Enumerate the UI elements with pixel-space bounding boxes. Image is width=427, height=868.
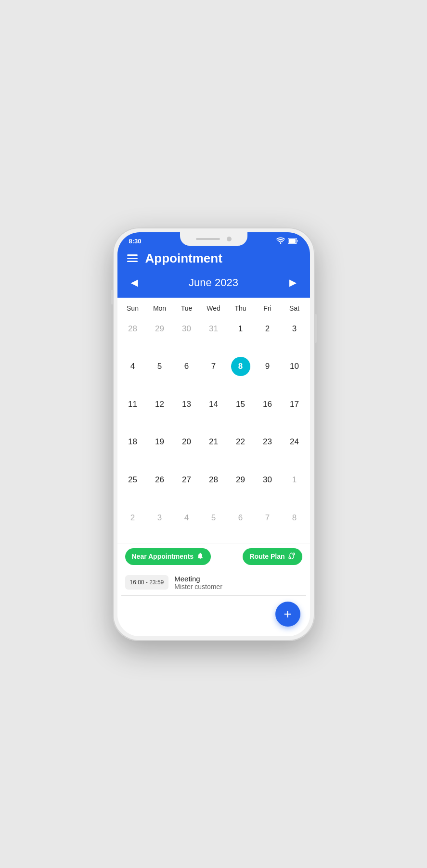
- day-cell[interactable]: 2: [254, 316, 281, 342]
- day-number: 29: [150, 319, 169, 339]
- day-cell[interactable]: 21: [200, 429, 227, 455]
- day-cell[interactable]: 4: [119, 353, 146, 379]
- day-number: 15: [231, 395, 250, 414]
- weekday-thu: Thu: [227, 302, 254, 314]
- day-number: 16: [258, 395, 277, 414]
- day-cell[interactable]: 12: [146, 391, 173, 417]
- bell-icon: [196, 552, 204, 561]
- day-number: 31: [204, 319, 223, 339]
- side-button-right: [315, 314, 317, 343]
- menu-button[interactable]: [127, 254, 138, 262]
- month-label: June 2023: [189, 277, 238, 289]
- day-cell[interactable]: 15: [227, 391, 254, 417]
- weekday-sat: Sat: [281, 302, 308, 314]
- day-cell[interactable]: 10: [281, 353, 308, 379]
- day-cell[interactable]: 30: [254, 467, 281, 493]
- appointment-time: 16:00 - 23:59: [125, 575, 169, 590]
- fab-container: +: [117, 596, 310, 636]
- day-number: 28: [123, 319, 142, 339]
- day-cell[interactable]: 28: [119, 316, 146, 342]
- day-cell[interactable]: 6: [173, 353, 200, 379]
- speaker: [196, 238, 220, 240]
- weekday-fri: Fri: [254, 302, 281, 314]
- day-cell[interactable]: 3: [146, 505, 173, 531]
- status-time: 8:30: [129, 238, 142, 245]
- day-cell[interactable]: 7: [254, 505, 281, 531]
- day-number: 29: [231, 470, 250, 490]
- phone-frame: 8:30: [113, 227, 315, 641]
- weekday-sun: Sun: [119, 302, 146, 314]
- day-cell[interactable]: 26: [146, 467, 173, 493]
- days-grid: 2829303112345678910111213141516171819202…: [117, 316, 310, 543]
- day-cell[interactable]: 14: [200, 391, 227, 417]
- side-button-left: [111, 290, 113, 304]
- near-appointments-button[interactable]: Near Appointments: [125, 548, 211, 565]
- weekday-wed: Wed: [200, 302, 227, 314]
- notch: [180, 232, 247, 246]
- day-cell[interactable]: 17: [281, 391, 308, 417]
- day-cell[interactable]: 20: [173, 429, 200, 455]
- day-cell[interactable]: 1: [281, 467, 308, 493]
- route-plan-button[interactable]: Route Plan: [243, 548, 302, 565]
- add-appointment-button[interactable]: +: [275, 602, 300, 627]
- weekday-row: Sun Mon Tue Wed Thu Fri Sat: [117, 298, 310, 316]
- menu-line-2: [127, 258, 138, 259]
- day-number: 6: [177, 357, 196, 376]
- day-cell[interactable]: 30: [173, 316, 200, 342]
- day-cell[interactable]: 8: [227, 353, 254, 379]
- day-cell[interactable]: 24: [281, 429, 308, 455]
- day-cell[interactable]: 9: [254, 353, 281, 379]
- day-cell[interactable]: 18: [119, 429, 146, 455]
- day-cell[interactable]: 1: [227, 316, 254, 342]
- phone-screen: 8:30: [117, 232, 310, 636]
- day-cell[interactable]: 6: [227, 505, 254, 531]
- day-cell[interactable]: 5: [200, 505, 227, 531]
- day-cell[interactable]: 11: [119, 391, 146, 417]
- day-cell[interactable]: 16: [254, 391, 281, 417]
- day-cell[interactable]: 19: [146, 429, 173, 455]
- appointment-details: Meeting Mister customer: [174, 575, 302, 591]
- day-cell[interactable]: 2: [119, 505, 146, 531]
- page-title: Appointment: [145, 251, 222, 266]
- day-cell[interactable]: 13: [173, 391, 200, 417]
- day-cell[interactable]: 29: [227, 467, 254, 493]
- day-cell[interactable]: 22: [227, 429, 254, 455]
- svg-rect-1: [289, 239, 296, 243]
- day-cell[interactable]: 7: [200, 353, 227, 379]
- wifi-icon: [276, 237, 285, 245]
- prev-month-button[interactable]: ◀: [127, 276, 142, 290]
- day-cell[interactable]: 28: [200, 467, 227, 493]
- day-number: 28: [204, 470, 223, 490]
- app-header: Appointment: [117, 247, 310, 273]
- day-number: 4: [177, 508, 196, 528]
- day-cell[interactable]: 31: [200, 316, 227, 342]
- next-month-button[interactable]: ▶: [285, 276, 300, 290]
- day-number: 13: [177, 395, 196, 414]
- day-number: 5: [204, 508, 223, 528]
- day-number: 14: [204, 395, 223, 414]
- day-cell[interactable]: 8: [281, 505, 308, 531]
- appointment-item[interactable]: 16:00 - 23:59 Meeting Mister customer: [121, 570, 306, 596]
- day-number: 23: [258, 432, 277, 452]
- day-number: 1: [231, 319, 250, 339]
- day-number: 30: [258, 470, 277, 490]
- camera: [227, 237, 232, 241]
- menu-line-1: [127, 254, 138, 256]
- appointment-list: 16:00 - 23:59 Meeting Mister customer: [117, 570, 310, 596]
- day-number: 18: [123, 432, 142, 452]
- day-number: 25: [123, 470, 142, 490]
- day-number: 10: [285, 357, 304, 376]
- day-cell[interactable]: 25: [119, 467, 146, 493]
- day-cell[interactable]: 23: [254, 429, 281, 455]
- day-cell[interactable]: 5: [146, 353, 173, 379]
- day-cell[interactable]: 3: [281, 316, 308, 342]
- appointment-customer: Mister customer: [174, 583, 302, 591]
- day-cell[interactable]: 4: [173, 505, 200, 531]
- day-number: 17: [285, 395, 304, 414]
- weekday-tue: Tue: [173, 302, 200, 314]
- day-number: 9: [258, 357, 277, 376]
- day-cell[interactable]: 29: [146, 316, 173, 342]
- day-number: 19: [150, 432, 169, 452]
- day-cell[interactable]: 27: [173, 467, 200, 493]
- day-number: 11: [123, 395, 142, 414]
